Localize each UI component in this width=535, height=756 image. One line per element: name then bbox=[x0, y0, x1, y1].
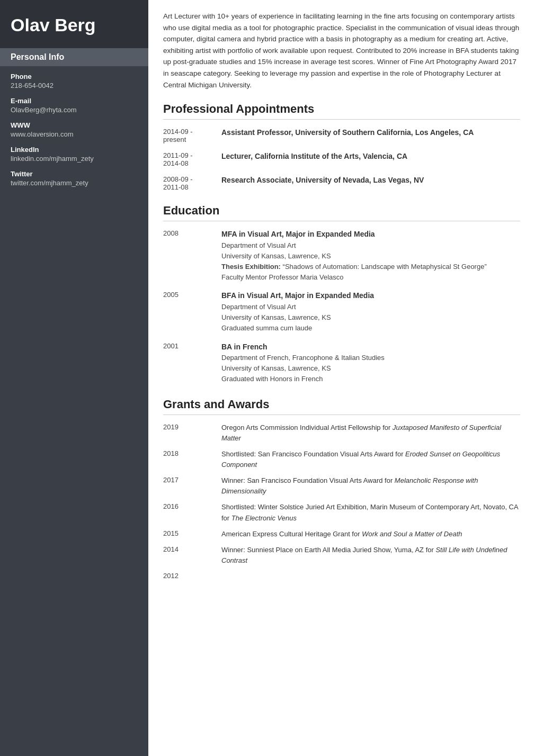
section-education: Education 2008 MFA in Visual Art, Major … bbox=[163, 204, 520, 384]
phone-label: Phone bbox=[11, 73, 138, 80]
award-entry-2018: 2018 Shortlisted: San Francisco Foundati… bbox=[163, 449, 520, 470]
education-date-1: 2008 bbox=[163, 229, 221, 283]
award-body-2019: Oregon Arts Commission Individual Artist… bbox=[221, 422, 520, 444]
section-professional-appointments: Professional Appointments 2014-09 -prese… bbox=[163, 102, 520, 191]
education-entry-2: 2005 BFA in Visual Art, Major in Expande… bbox=[163, 290, 520, 334]
appointment-date-3: 2008-09 -2011-08 bbox=[163, 175, 221, 191]
personal-info-heading: Personal Info bbox=[0, 48, 148, 66]
award-entry-2012: 2012 bbox=[163, 571, 520, 580]
award-body-2016: Shortlisted: Winter Solstice Juried Art … bbox=[221, 502, 520, 523]
education-date-3: 2001 bbox=[163, 341, 221, 385]
edu-sub-2b: University of Kansas, Lawrence, KS bbox=[221, 312, 520, 323]
email-field: E-mail OlavBerg@rhyta.com bbox=[11, 97, 138, 114]
appointment-title-3: Research Associate, University of Nevada… bbox=[221, 176, 424, 184]
award-entry-2016: 2016 Shortlisted: Winter Solstice Juried… bbox=[163, 502, 520, 523]
full-name: Olav Berg bbox=[11, 15, 138, 35]
award-date-2016: 2016 bbox=[163, 502, 221, 523]
grants-awards-heading: Grants and Awards bbox=[163, 398, 520, 415]
appointment-body-1: Assistant Professor, University of South… bbox=[221, 127, 520, 143]
appointment-body-3: Research Associate, University of Nevada… bbox=[221, 175, 520, 191]
edu-title-3: BA in French bbox=[221, 341, 520, 353]
appointment-entry-2: 2011-09 -2014-08 Lecturer, California In… bbox=[163, 151, 520, 167]
edu-sub-2a: Department of Visual Art bbox=[221, 302, 520, 312]
edu-sub-2c: Graduated summa cum laude bbox=[221, 323, 520, 334]
appointment-date-1: 2014-09 -present bbox=[163, 127, 221, 143]
sidebar: Olav Berg Personal Info Phone 218-654-00… bbox=[0, 0, 148, 756]
award-date-2015: 2015 bbox=[163, 529, 221, 539]
main-content: Art Lecturer with 10+ years of experienc… bbox=[148, 0, 535, 756]
edu-title-2: BFA in Visual Art, Major in Expanded Med… bbox=[221, 290, 520, 302]
award-body-2018: Shortlisted: San Francisco Foundation Vi… bbox=[221, 449, 520, 470]
www-label: WWW bbox=[11, 121, 138, 129]
award-entry-2017: 2017 Winner: San Francisco Foundation Vi… bbox=[163, 475, 520, 497]
twitter-value: twitter.com/mjhamm_zety bbox=[11, 179, 138, 187]
edu-sub-1a: Department of Visual Art bbox=[221, 240, 520, 251]
edu-sub-1b: University of Kansas, Lawrence, KS bbox=[221, 251, 520, 262]
edu-sub-1d: Faculty Mentor Professor Maria Velasco bbox=[221, 272, 520, 283]
education-body-1: MFA in Visual Art, Major in Expanded Med… bbox=[221, 229, 520, 283]
phone-field: Phone 218-654-0042 bbox=[11, 73, 138, 89]
section-grants-awards: Grants and Awards 2019 Oregon Arts Commi… bbox=[163, 398, 520, 580]
summary-text: Art Lecturer with 10+ years of experienc… bbox=[163, 11, 520, 91]
award-date-2014: 2014 bbox=[163, 545, 221, 566]
education-heading: Education bbox=[163, 204, 520, 221]
award-date-2012: 2012 bbox=[163, 571, 221, 580]
edu-title-1: MFA in Visual Art, Major in Expanded Med… bbox=[221, 229, 520, 240]
award-body-2017: Winner: San Francisco Foundation Visual … bbox=[221, 475, 520, 497]
award-date-2018: 2018 bbox=[163, 449, 221, 470]
name-section: Olav Berg bbox=[0, 0, 148, 48]
award-entry-2015: 2015 American Express Cultural Heritage … bbox=[163, 529, 520, 539]
education-body-3: BA in French Department of French, Franc… bbox=[221, 341, 520, 385]
professional-appointments-heading: Professional Appointments bbox=[163, 102, 520, 120]
twitter-field: Twitter twitter.com/mjhamm_zety bbox=[11, 170, 138, 187]
award-entry-2019: 2019 Oregon Arts Commission Individual A… bbox=[163, 422, 520, 444]
appointment-body-2: Lecturer, California Institute of the Ar… bbox=[221, 151, 520, 167]
email-label: E-mail bbox=[11, 97, 138, 105]
award-date-2017: 2017 bbox=[163, 475, 221, 497]
award-body-2015: American Express Cultural Heritage Grant… bbox=[221, 529, 520, 539]
edu-sub-3a: Department of French, Francophone & Ital… bbox=[221, 353, 520, 363]
www-field: WWW www.olaversion.com bbox=[11, 121, 138, 138]
appointment-entry-1: 2014-09 -present Assistant Professor, Un… bbox=[163, 127, 520, 143]
personal-info-fields: Phone 218-654-0042 E-mail OlavBerg@rhyta… bbox=[0, 73, 148, 187]
education-entry-3: 2001 BA in French Department of French, … bbox=[163, 341, 520, 385]
linkedin-field: LinkedIn linkedin.com/mjhamm_zety bbox=[11, 146, 138, 163]
edu-sub-1c: Thesis Exhibition: “Shadows of Automatio… bbox=[221, 262, 520, 272]
education-body-2: BFA in Visual Art, Major in Expanded Med… bbox=[221, 290, 520, 334]
edu-sub-3c: Graduated with Honors in French bbox=[221, 374, 520, 384]
education-entry-1: 2008 MFA in Visual Art, Major in Expande… bbox=[163, 229, 520, 283]
award-body-2012 bbox=[221, 571, 520, 580]
linkedin-label: LinkedIn bbox=[11, 146, 138, 154]
email-value: OlavBerg@rhyta.com bbox=[11, 106, 138, 114]
award-entry-2014: 2014 Winner: Sunniest Place on Earth All… bbox=[163, 545, 520, 566]
twitter-label: Twitter bbox=[11, 170, 138, 178]
www-value: www.olaversion.com bbox=[11, 130, 138, 138]
appointment-date-2: 2011-09 -2014-08 bbox=[163, 151, 221, 167]
edu-sub-3b: University of Kansas, Lawrence, KS bbox=[221, 363, 520, 374]
appointment-entry-3: 2008-09 -2011-08 Research Associate, Uni… bbox=[163, 175, 520, 191]
linkedin-value: linkedin.com/mjhamm_zety bbox=[11, 155, 138, 163]
appointment-title-2: Lecturer, California Institute of the Ar… bbox=[221, 152, 407, 160]
appointment-title-1: Assistant Professor, University of South… bbox=[221, 128, 474, 137]
phone-value: 218-654-0042 bbox=[11, 82, 138, 89]
education-date-2: 2005 bbox=[163, 290, 221, 334]
award-body-2014: Winner: Sunniest Place on Earth All Medi… bbox=[221, 545, 520, 566]
award-date-2019: 2019 bbox=[163, 422, 221, 444]
